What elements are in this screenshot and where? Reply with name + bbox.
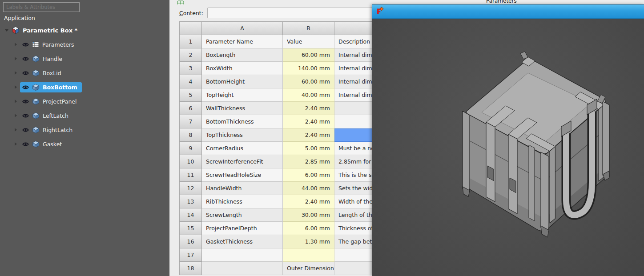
expand-chevron-icon[interactable] (15, 43, 17, 46)
cell-B17[interactable] (283, 248, 334, 262)
cell-A6[interactable]: WallThickness (202, 102, 283, 115)
row-header-15[interactable]: 15 (180, 222, 202, 235)
visibility-eye-icon[interactable] (22, 56, 29, 62)
tree-item-handle[interactable]: Handle (0, 52, 169, 66)
cell-B18[interactable]: Outer Dimensions (283, 262, 334, 275)
expand-chevron-icon[interactable] (15, 128, 17, 132)
cell-B9[interactable]: 5.00 mm (283, 142, 334, 155)
tree-item-label: Parametric Box * (23, 27, 77, 34)
visibility-eye-icon[interactable] (22, 141, 29, 148)
cell-A18[interactable] (202, 262, 283, 275)
tree-item-boxlid[interactable]: BoxLid (0, 66, 169, 80)
cell-A3[interactable]: BoxWidth (202, 62, 283, 75)
row-header-11[interactable]: 11 (180, 168, 202, 182)
cell-B7[interactable]: 2.40 mm (283, 115, 334, 128)
row-header-7[interactable]: 7 (180, 115, 202, 128)
visibility-eye-icon[interactable] (22, 98, 29, 105)
cell-A16[interactable]: GasketThickness (202, 235, 283, 248)
case-3d-model (372, 19, 644, 276)
cell-A7[interactable]: BottomThickness (202, 115, 283, 128)
cell-B3[interactable]: 140.00 mm (283, 62, 334, 75)
row-header-16[interactable]: 16 (180, 235, 202, 248)
cell-B1[interactable]: Value (283, 35, 334, 48)
expand-chevron-icon[interactable] (15, 142, 17, 146)
cell-B15[interactable]: 6.00 mm (283, 222, 334, 235)
visibility-eye-icon[interactable] (22, 127, 29, 133)
tree-item-leftlatch[interactable]: LeftLatch (0, 108, 169, 123)
cell-A8[interactable]: TopThickness (202, 128, 283, 142)
row-header-8[interactable]: 8 (180, 128, 202, 142)
tree-item-rightlatch[interactable]: RightLatch (0, 123, 169, 137)
row-header-10[interactable]: 10 (180, 155, 202, 168)
cell-B2[interactable]: 60.00 mm (283, 48, 334, 62)
row-header-13[interactable]: 13 (180, 195, 202, 208)
part-cube-icon (32, 126, 40, 134)
visibility-eye-icon[interactable] (22, 41, 29, 48)
cell-A4[interactable]: BottomHeight (202, 75, 283, 88)
cell-B8[interactable]: 2.40 mm (283, 128, 334, 142)
part-cube-icon (32, 140, 40, 148)
visibility-eye-icon[interactable] (22, 112, 29, 119)
cell-A11[interactable]: ScrewHeadHoleSize (202, 168, 283, 182)
cell-A14[interactable]: ScrewLength (202, 208, 283, 222)
expand-chevron-icon[interactable] (15, 85, 17, 89)
cell-B4[interactable]: 60.00 mm (283, 75, 334, 88)
cell-A17[interactable] (202, 248, 283, 262)
cell-B10[interactable]: 2.85 mm (283, 155, 334, 168)
tree-item-parametric-box[interactable]: Parametric Box * (0, 23, 169, 37)
row-header-18[interactable]: 18 (180, 262, 202, 275)
cell-B13[interactable]: 2.40 mm (283, 195, 334, 208)
row-header-1[interactable]: 1 (180, 35, 202, 48)
collapse-chevron-icon[interactable] (5, 29, 8, 32)
cell-A13[interactable]: RibThickness (202, 195, 283, 208)
cell-B16[interactable]: 1.30 mm (283, 235, 334, 248)
freecad-logo-icon (376, 7, 384, 16)
parameters-tab-label[interactable]: Parameters (486, 0, 517, 4)
3d-viewport[interactable] (372, 19, 644, 276)
freecad-document-icon (12, 26, 20, 34)
cell-B5[interactable]: 40.00 mm (283, 88, 334, 102)
column-header-A[interactable]: A (202, 22, 283, 35)
expand-chevron-icon[interactable] (15, 57, 17, 60)
tree-item-label: ProjectPanel (43, 98, 77, 105)
cell-B14[interactable]: 30.00 mm (283, 208, 334, 222)
visibility-eye-icon[interactable] (22, 70, 29, 76)
row-header-3[interactable]: 3 (180, 62, 202, 75)
corner-bumper (541, 152, 549, 230)
cell-B11[interactable]: 6.00 mm (283, 168, 334, 182)
tree-item-projectpanel[interactable]: ProjectPanel (0, 94, 169, 108)
cell-A12[interactable]: HandleWidth (202, 182, 283, 195)
row-header-12[interactable]: 12 (180, 182, 202, 195)
row-header-14[interactable]: 14 (180, 208, 202, 222)
tree-item-gasket[interactable]: Gasket (0, 137, 169, 151)
tree-filter-input[interactable] (3, 2, 80, 12)
tree-item-label: Handle (43, 56, 62, 62)
row-header-4[interactable]: 4 (180, 75, 202, 88)
visibility-eye-icon[interactable] (22, 84, 29, 91)
spreadsheet-icon (32, 41, 39, 48)
expand-chevron-icon[interactable] (15, 100, 17, 103)
cell-A15[interactable]: ProjectPanelDepth (202, 222, 283, 235)
tree-item-boxbottom[interactable]: BoxBottom (0, 80, 169, 94)
row-header-2[interactable]: 2 (180, 48, 202, 62)
tree-item-label: RightLatch (43, 127, 72, 133)
cell-A10[interactable]: ScrewInterferenceFit (202, 155, 283, 168)
cell-B6[interactable]: 2.40 mm (283, 102, 334, 115)
select-all-corner[interactable] (180, 22, 202, 35)
row-header-9[interactable]: 9 (180, 142, 202, 155)
cell-A2[interactable]: BoxLength (202, 48, 283, 62)
row-header-5[interactable]: 5 (180, 88, 202, 102)
expand-chevron-icon[interactable] (15, 114, 17, 117)
3d-view-titlebar[interactable] (372, 4, 644, 19)
expand-chevron-icon[interactable] (15, 71, 17, 75)
cell-B12[interactable]: 44.00 mm (283, 182, 334, 195)
row-header-17[interactable]: 17 (180, 248, 202, 262)
row-header-6[interactable]: 6 (180, 102, 202, 115)
cell-A9[interactable]: CornerRadius (202, 142, 283, 155)
cell-A1[interactable]: Parameter Name (202, 35, 283, 48)
column-header-B[interactable]: B (283, 22, 334, 35)
tree-item-parameters[interactable]: Parameters (0, 37, 169, 52)
cell-A5[interactable]: TopHeight (202, 88, 283, 102)
tree-item-label: LeftLatch (43, 112, 68, 119)
case-rib (529, 145, 535, 221)
